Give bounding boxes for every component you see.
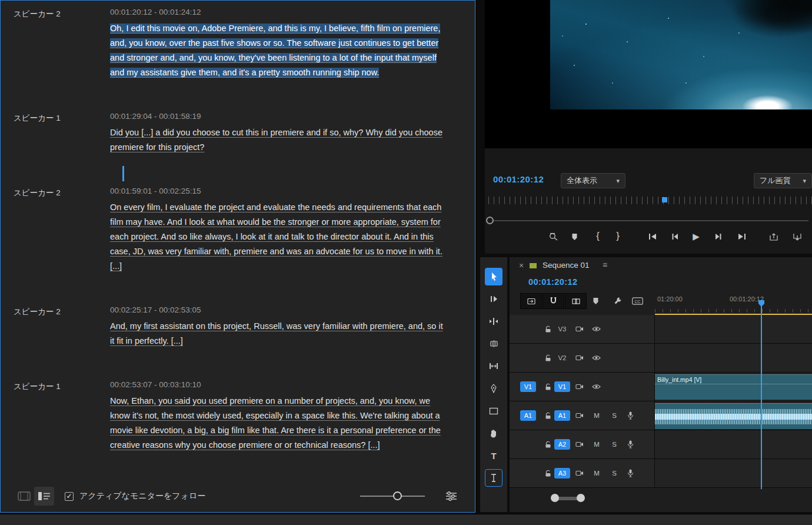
segment-text[interactable]: On every film, I evaluate the project an… — [110, 200, 445, 274]
track-lock-icon[interactable] — [543, 353, 553, 363]
timeline-settings-button[interactable] — [614, 297, 622, 305]
slider-handle[interactable] — [393, 491, 402, 500]
voiceover-mic-icon[interactable] — [625, 439, 635, 450]
transcript-view-toggle-button[interactable] — [14, 487, 34, 506]
pen-tool[interactable] — [485, 380, 502, 397]
transcript-segment[interactable]: スピーカー 2 00:01:59:01 - 00:02:25:15 On eve… — [1, 187, 475, 274]
snap-toggle-button[interactable] — [543, 293, 564, 309]
comparison-view-button[interactable] — [546, 229, 560, 244]
segment-text[interactable]: Did you [...] a did you choose to cut th… — [110, 125, 445, 155]
source-patch-v1[interactable]: V1 — [520, 381, 536, 392]
track-target-a1[interactable]: A1 — [554, 410, 570, 421]
sync-lock-icon[interactable] — [574, 410, 585, 421]
timeline-ruler[interactable]: 01:20:00 00:01:20:12 — [655, 293, 812, 314]
follow-monitor-checkbox[interactable]: ✓ — [65, 492, 74, 501]
text-based-editing-tool[interactable] — [485, 469, 502, 487]
track-lane-v2[interactable] — [655, 344, 812, 372]
extract-button[interactable] — [790, 229, 804, 244]
type-tool-icon: T — [491, 451, 496, 461]
selection-arrow-icon — [490, 272, 498, 281]
solo-button[interactable]: S — [610, 441, 619, 448]
cc-icon: CC — [632, 297, 643, 305]
segment-text[interactable]: Now, Ethan, you said you used premiere o… — [110, 394, 445, 453]
slip-tool[interactable] — [485, 357, 502, 375]
track-lock-icon[interactable] — [543, 381, 553, 392]
selection-tool[interactable] — [485, 268, 502, 285]
filter-settings-button[interactable] — [441, 487, 461, 506]
track-lock-icon[interactable] — [543, 468, 553, 479]
step-back-button[interactable] — [668, 229, 682, 244]
track-row-v2: V2 — [510, 344, 812, 373]
video-clip[interactable]: Billy_int.mp4 [V] — [655, 374, 812, 400]
track-target-v3[interactable]: V3 — [554, 325, 570, 333]
sync-lock-icon[interactable] — [574, 468, 585, 479]
track-lock-icon[interactable] — [543, 324, 553, 334]
track-lock-icon[interactable] — [543, 410, 553, 421]
mark-out-button[interactable]: } — [611, 229, 625, 244]
voiceover-mic-icon[interactable] — [625, 410, 635, 421]
track-output-eye-icon[interactable] — [591, 324, 601, 334]
transcript-segment[interactable]: スピーカー 2 00:02:25:17 - 00:02:53:05 And, m… — [1, 305, 475, 348]
track-output-eye-icon[interactable] — [591, 381, 601, 392]
hand-tool[interactable] — [485, 424, 502, 442]
playback-quality-select[interactable]: フル画質 ▾ — [754, 173, 812, 188]
track-select-forward-tool[interactable] — [485, 290, 502, 308]
transcript-segment[interactable]: スピーカー 1 00:01:29:04 - 00:01:58:19 Did yo… — [1, 112, 475, 155]
monitor-timeline-ruler[interactable] — [488, 197, 812, 204]
ripple-edit-tool[interactable] — [485, 313, 502, 330]
sync-lock-icon[interactable] — [574, 439, 585, 450]
sync-lock-icon[interactable] — [574, 353, 585, 363]
track-lane-a2[interactable] — [655, 430, 812, 458]
play-button[interactable]: ▶ — [689, 229, 703, 244]
add-marker-button[interactable] — [567, 229, 581, 244]
voiceover-mic-icon[interactable] — [625, 468, 635, 479]
go-to-out-button[interactable] — [734, 229, 748, 244]
segment-view-toggle-button[interactable] — [34, 487, 54, 506]
transcript-segment[interactable]: スピーカー 1 00:02:53:07 - 00:03:10:10 Now, E… — [1, 380, 475, 453]
text-size-slider[interactable] — [360, 490, 425, 502]
monitor-zoom-scrollbar[interactable] — [485, 216, 812, 225]
track-lock-icon[interactable] — [543, 439, 553, 450]
monitor-playhead-marker[interactable] — [662, 197, 667, 202]
mark-in-button[interactable]: { — [591, 229, 605, 244]
audio-clip[interactable] — [655, 403, 812, 429]
captions-button[interactable]: CC — [632, 297, 643, 305]
type-tool[interactable]: T — [485, 447, 502, 464]
track-target-a3[interactable]: A3 — [554, 468, 570, 479]
track-lane-v3[interactable] — [655, 315, 812, 343]
segment-text[interactable]: And, my first assistant on this project,… — [110, 319, 445, 348]
segment-text[interactable]: Oh, I edit this movie on, Adobe Premiere… — [110, 21, 445, 80]
zoom-handle-right[interactable] — [577, 494, 585, 502]
lift-button[interactable] — [767, 229, 781, 244]
sequence-tab-title[interactable]: Sequence 01 — [543, 261, 590, 270]
mark-in-icon: { — [596, 230, 600, 242]
sync-lock-icon[interactable] — [574, 381, 585, 392]
mute-button[interactable]: M — [592, 412, 601, 419]
scrollbar-handle[interactable] — [486, 217, 494, 224]
timeline-zoom-scrollbar[interactable] — [510, 492, 812, 505]
track-output-eye-icon[interactable] — [591, 353, 601, 363]
source-patch-a1[interactable]: A1 — [520, 410, 536, 421]
solo-button[interactable]: S — [610, 412, 619, 419]
go-to-in-button[interactable] — [645, 229, 660, 244]
add-marker-button[interactable] — [593, 297, 599, 305]
mute-button[interactable]: M — [592, 470, 601, 477]
mute-button[interactable]: M — [592, 441, 601, 448]
sync-lock-icon[interactable] — [574, 324, 585, 334]
close-panel-icon[interactable]: × — [519, 261, 524, 270]
solo-button[interactable]: S — [610, 470, 619, 477]
linked-selection-button[interactable] — [565, 293, 587, 309]
transcript-segment[interactable]: スピーカー 2 00:01:20:12 - 00:01:24:12 Oh, I … — [1, 8, 475, 80]
panel-menu-icon[interactable]: ≡ — [603, 260, 607, 270]
razor-tool[interactable] — [485, 335, 502, 353]
zoom-handle-left[interactable] — [551, 494, 559, 502]
timeline-playhead[interactable] — [761, 305, 762, 489]
track-target-v2[interactable]: V2 — [554, 354, 570, 361]
track-target-a2[interactable]: A2 — [554, 439, 570, 450]
track-lane-a3[interactable] — [655, 459, 812, 487]
nest-toggle-button[interactable] — [520, 293, 542, 309]
step-forward-button[interactable] — [711, 229, 726, 244]
zoom-level-select[interactable]: 全体表示 ▾ — [561, 173, 625, 188]
track-target-v1[interactable]: V1 — [554, 381, 570, 392]
rectangle-tool[interactable] — [485, 402, 502, 420]
